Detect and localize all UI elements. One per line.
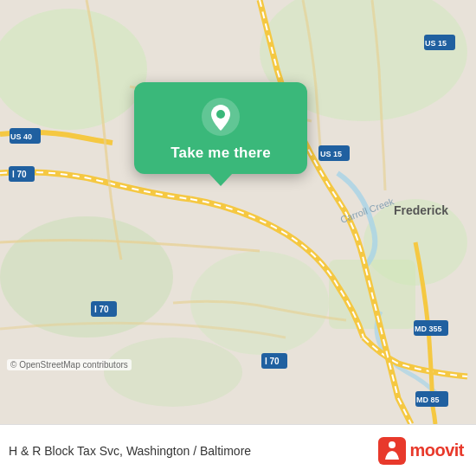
svg-point-4 bbox=[0, 216, 173, 338]
osm-attribution: © OpenStreetMap contributors bbox=[7, 359, 132, 370]
take-me-there-label: Take me there bbox=[170, 145, 271, 162]
svg-point-3 bbox=[190, 251, 329, 355]
map-view[interactable]: Carroll Creek Frederick I 70 I 70 I 70 U… bbox=[0, 0, 476, 424]
svg-text:I 70: I 70 bbox=[94, 305, 109, 314]
svg-point-29 bbox=[389, 441, 396, 448]
svg-text:US 40: US 40 bbox=[10, 132, 32, 141]
location-title: H & R Block Tax Svc, Washington / Baltim… bbox=[9, 444, 251, 458]
svg-text:I 70: I 70 bbox=[12, 170, 27, 179]
svg-point-27 bbox=[216, 110, 225, 119]
moovit-logo: moovit bbox=[378, 437, 464, 465]
location-pin-icon bbox=[202, 98, 240, 136]
moovit-text-label: moovit bbox=[409, 441, 464, 460]
svg-text:MD 355: MD 355 bbox=[415, 325, 442, 333]
location-popup[interactable]: Take me there bbox=[134, 82, 307, 174]
svg-text:US 15: US 15 bbox=[320, 150, 342, 158]
svg-text:I 70: I 70 bbox=[265, 357, 280, 366]
svg-text:US 15: US 15 bbox=[425, 39, 447, 48]
svg-text:Frederick: Frederick bbox=[394, 203, 448, 217]
moovit-brand-icon bbox=[378, 437, 406, 465]
svg-point-7 bbox=[104, 338, 242, 407]
bottom-bar: H & R Block Tax Svc, Washington / Baltim… bbox=[0, 424, 476, 476]
svg-text:MD 85: MD 85 bbox=[416, 396, 440, 404]
